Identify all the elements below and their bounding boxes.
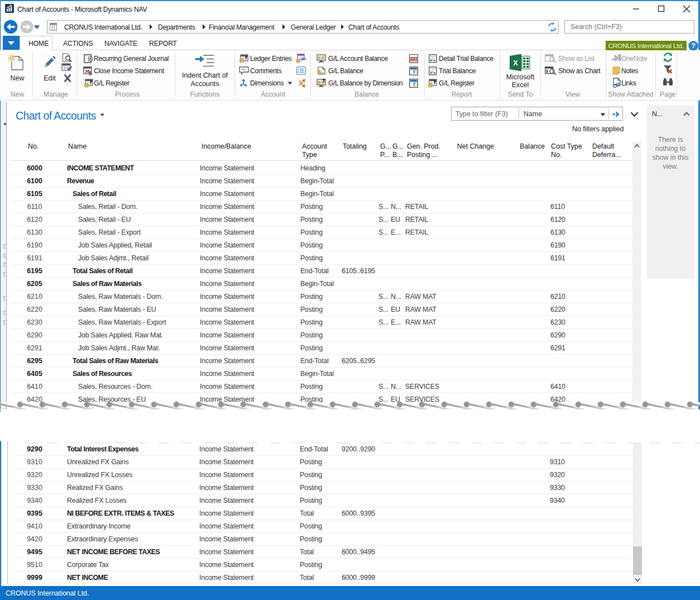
svg-text:X: X: [513, 59, 518, 67]
svg-text:N: N: [614, 54, 619, 60]
svg-text:?: ?: [691, 42, 696, 50]
